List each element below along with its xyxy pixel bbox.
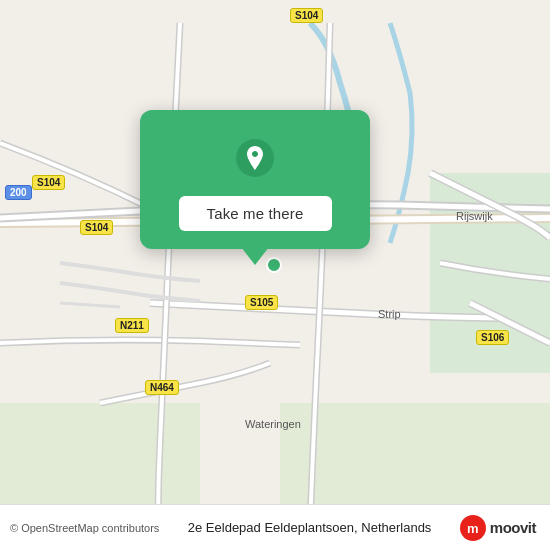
- road-badge-200: 200: [5, 185, 32, 200]
- road-badge-s104-left: S104: [32, 175, 65, 190]
- location-icon-wrapper: [229, 132, 281, 184]
- take-me-there-button[interactable]: Take me there: [179, 196, 332, 231]
- road-badge-s105: S105: [245, 295, 278, 310]
- bottom-bar: © OpenStreetMap contributors 2e Eeldepad…: [0, 504, 550, 550]
- address-label: 2e Eeldepad Eeldeplantsoen, Netherlands: [167, 520, 451, 535]
- svg-text:m: m: [467, 521, 479, 536]
- road-badge-s104-top: S104: [290, 8, 323, 23]
- moovit-logo: m moovit: [460, 515, 536, 541]
- svg-point-5: [267, 258, 281, 272]
- moovit-text: moovit: [490, 519, 536, 536]
- copyright-section: © OpenStreetMap contributors: [10, 522, 159, 534]
- location-popup: Take me there: [140, 110, 370, 249]
- road-badge-s106: S106: [476, 330, 509, 345]
- moovit-m-icon: m: [465, 520, 481, 536]
- map-container: S104 S104 S104 S105 S106 N211 N464 200 R…: [0, 0, 550, 550]
- pin-svg: [243, 144, 267, 172]
- moovit-icon: m: [460, 515, 486, 541]
- copyright-text: © OpenStreetMap contributors: [10, 522, 159, 534]
- road-badge-s104-mid: S104: [80, 220, 113, 235]
- map-roads-svg: [0, 0, 550, 550]
- road-badge-n211: N211: [115, 318, 149, 333]
- location-pin-icon: [236, 139, 274, 177]
- road-badge-n464: N464: [145, 380, 179, 395]
